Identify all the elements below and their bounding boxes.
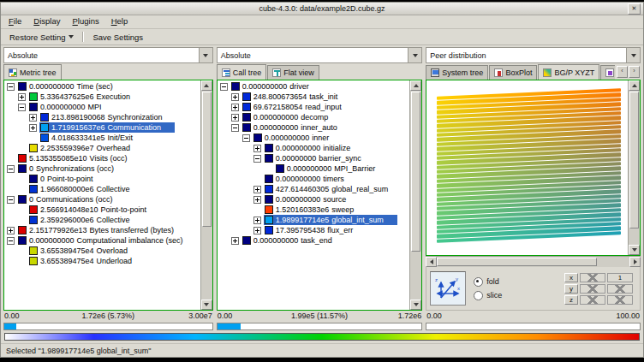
expander-plus-icon[interactable] [231,104,239,111]
tree-row[interactable]: 5.336437625e6Execution [4,92,200,102]
expander-minus-icon[interactable] [7,196,15,204]
expander-plus-icon[interactable] [18,93,26,101]
menu-file[interactable]: File [3,15,27,28]
expander-plus-icon[interactable] [29,114,37,122]
tree-row[interactable]: 3.655389475e4Underload [4,256,200,266]
expander-plus-icon[interactable] [253,145,261,152]
chevron-down-icon[interactable] [199,48,212,62]
expander-plus-icon[interactable] [231,237,239,245]
menu-plugins[interactable]: Plugins [67,15,105,28]
dimension-disabled-cell[interactable] [607,295,633,305]
scroll-up-icon[interactable] [201,80,212,91]
tab-metric-tree[interactable]: Metric tree [3,64,62,80]
axis-y-button[interactable]: y [564,284,578,294]
chevron-down-icon[interactable] [626,48,640,62]
scrollbar-thumb[interactable] [202,92,212,227]
tree-row[interactable]: 0.000000000task_end [218,235,410,246]
expander-minus-icon[interactable] [7,83,15,91]
scroll-up-icon[interactable] [410,80,421,91]
topology-horizontal-scrollbar[interactable] [426,256,641,267]
tree-row[interactable]: 4.018633341e5Init/Exit [4,133,200,143]
dimension-value-cell[interactable]: 1 [607,273,633,282]
tab-system-tree[interactable]: System tree [426,65,488,80]
call-vertical-scrollbar[interactable] [409,80,421,310]
tree-row[interactable]: 0Synchronizations (occ) [4,163,200,174]
tab-scroll-left-icon[interactable]: ‹ [617,66,628,78]
tree-row[interactable]: 0.000000000Time (sec) [4,81,200,92]
dimension-disabled-cell[interactable] [580,284,605,294]
tree-row[interactable]: 0.000000000decomp [218,112,410,122]
expander-plus-icon[interactable] [231,93,239,101]
tree-row[interactable]: 17.395795438flux_err [218,225,410,235]
tree-row[interactable]: 2.253559396e7Overhead [4,143,200,153]
dimension-disabled-cell[interactable] [607,284,633,294]
tree-row[interactable]: 1.966080000e6Collective [4,184,200,194]
tree-row[interactable]: 0.000000000inner [218,133,410,143]
tree-row[interactable]: 0.000000000Computational imbalance (sec) [4,235,200,246]
expander-minus-icon[interactable] [253,155,261,163]
tree-row[interactable]: 2.151779926e13Bytes transferred (bytes) [4,225,200,235]
chevron-down-icon[interactable] [408,48,421,62]
expander-plus-icon[interactable] [29,124,37,132]
tree-row[interactable]: 0Point-to-point [4,174,200,184]
expander-plus-icon[interactable] [7,227,15,234]
scroll-left-icon[interactable] [426,257,437,267]
restore-setting-button[interactable]: Restore Setting [4,32,79,43]
tab-bg-p-xyzt[interactable]: BG/P XYZT [538,64,599,80]
tree-row[interactable]: 0.000000000MPI_Barrier [218,163,410,174]
tree-row[interactable]: 0.00000000barrier_sync [218,153,410,163]
expander-plus-icon[interactable] [253,227,261,234]
expander-minus-icon[interactable] [7,237,15,245]
dimension-disabled-cell[interactable] [580,295,605,305]
close-icon[interactable]: ✕ [628,3,641,15]
tree-row[interactable]: 2.359296000e6Collective [4,215,200,225]
tree-row[interactable]: 0Communications (occ) [4,194,200,205]
tree-row[interactable]: 1.989917714e5global_int_sum [218,215,410,225]
scroll-down-icon[interactable] [201,300,212,310]
expander-minus-icon[interactable] [220,83,228,91]
expander-plus-icon[interactable] [253,196,261,204]
expander-plus-icon[interactable] [253,186,261,193]
tree-row[interactable]: 69.672158054read_input [218,102,410,112]
axis-z-button[interactable]: z [564,295,578,305]
tree-row[interactable]: 0.000000000source [218,194,410,205]
slice-radio[interactable]: slice [474,291,502,300]
menu-help[interactable]: Help [105,15,134,28]
tree-row[interactable]: 427.614460305global_real_sum [218,184,410,194]
tree-row[interactable]: 0.000000000inner_auto [218,122,410,133]
scroll-down-icon[interactable] [629,245,640,255]
tree-row[interactable]: 1.520160383e6sweep [218,205,410,215]
scroll-up-icon[interactable] [629,80,640,91]
tree-row[interactable]: 2.566914048e10Point-to-point [4,205,200,215]
dimension-disabled-cell[interactable] [580,273,605,282]
tree-row[interactable]: 5.135355085e10Visits (occ) [4,153,200,163]
scroll-right-icon[interactable] [629,257,641,267]
expander-plus-icon[interactable] [231,114,239,122]
tree-row[interactable]: 248.800673654task_init [218,92,410,102]
tree-row[interactable]: 0.000000000initialize [218,143,410,153]
tree-row[interactable]: 0.000000000timers [218,174,410,184]
axis-x-button[interactable]: x [564,273,578,282]
tree-row[interactable]: 0.000000000MPI [4,102,200,112]
menu-display[interactable]: Display [27,15,66,28]
scrollbar-thumb[interactable] [629,92,639,228]
call-value-mode-combobox[interactable]: Absolute [217,47,423,63]
topology-vertical-scrollbar[interactable] [628,80,640,255]
expander-minus-icon[interactable] [242,134,250,142]
tree-row[interactable]: 0.000000000driver [218,81,410,92]
tab-call-tree[interactable]: Call tree [217,64,267,80]
scrollbar-thumb[interactable] [411,92,420,252]
scroll-down-icon[interactable] [410,300,421,310]
tree-row[interactable]: 213.898190068Synchronization [4,112,200,122]
expander-plus-icon[interactable] [253,217,261,224]
topology-plot[interactable] [426,80,628,255]
expander-minus-icon[interactable] [231,124,239,132]
tree-row[interactable]: 1.719915637e6Communication [4,122,200,133]
metric-vertical-scrollbar[interactable] [200,80,212,310]
tree-row[interactable]: 3.655389475e4Overload [4,246,200,256]
axes-icon[interactable]: x y z [430,271,466,306]
save-settings-button[interactable]: Save Settings [87,32,148,43]
tab-boxplot[interactable]: BoxPlot [489,65,537,80]
tab-app[interactable]: App [600,65,615,80]
metric-value-mode-combobox[interactable]: Absolute [3,47,213,63]
